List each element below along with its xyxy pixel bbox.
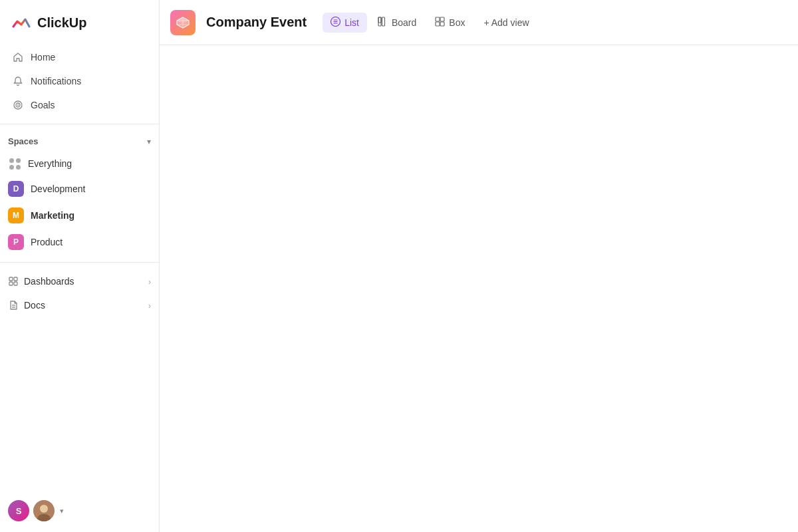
sidebar-item-development[interactable]: D Development	[0, 176, 159, 202]
docs-icon	[8, 300, 19, 311]
svg-rect-19	[440, 22, 444, 26]
svg-rect-5	[9, 282, 13, 285]
svg-rect-4	[14, 277, 17, 281]
spaces-header[interactable]: Spaces ▾	[0, 131, 159, 152]
tab-board[interactable]: Board	[370, 13, 424, 33]
goals-label: Goals	[31, 100, 55, 110]
development-label: Development	[31, 184, 86, 194]
sidebar-item-marketing[interactable]: M Marketing	[0, 202, 159, 229]
logo-text: ClickUp	[37, 15, 86, 31]
spaces-chevron-icon: ▾	[147, 137, 151, 146]
sidebar-item-home[interactable]: Home	[5, 45, 154, 69]
notifications-label: Notifications	[31, 76, 81, 86]
add-view-label: + Add view	[483, 17, 529, 28]
sidebar-item-notifications[interactable]: Notifications	[5, 69, 154, 93]
clickup-logo-icon	[11, 12, 32, 33]
docs-chevron-icon: ›	[148, 301, 151, 311]
cube-icon	[176, 15, 190, 30]
home-label: Home	[31, 52, 55, 63]
board-tab-icon	[378, 17, 388, 29]
dashboards-label: Dashboards	[24, 276, 74, 287]
sidebar-nav: Home Notifications Goals	[0, 45, 159, 117]
user-area[interactable]: S ▾	[0, 489, 159, 532]
tab-box[interactable]: Box	[427, 13, 473, 33]
sidebar-item-product[interactable]: P Product	[0, 229, 159, 255]
spaces-title: Spaces	[8, 136, 39, 146]
list-tab-label: List	[344, 17, 359, 28]
tab-list[interactable]: List	[323, 13, 367, 33]
main-content-area: Company Event List	[160, 0, 798, 532]
dashboards-left: Dashboards	[8, 276, 74, 287]
everything-dots-icon	[8, 157, 21, 170]
add-view-button[interactable]: + Add view	[475, 13, 537, 32]
avatar-photo-svg	[33, 500, 55, 521]
svg-rect-6	[14, 282, 17, 285]
main-workspace	[160, 45, 798, 532]
user-chevron-icon: ▾	[60, 507, 64, 515]
avatar-initials: S	[8, 500, 29, 521]
sidebar-item-everything[interactable]: Everything	[0, 152, 159, 176]
svg-point-2	[17, 104, 19, 106]
logo-area[interactable]: ClickUp	[0, 0, 159, 45]
bell-icon	[12, 75, 24, 87]
dashboards-icon	[8, 276, 19, 287]
sidebar-item-docs[interactable]: Docs ›	[0, 293, 159, 317]
dashboards-chevron-icon: ›	[148, 277, 151, 287]
avatar-photo	[33, 500, 55, 521]
docs-label: Docs	[24, 300, 45, 311]
svg-rect-16	[436, 17, 440, 21]
svg-rect-3	[9, 277, 13, 281]
goals-icon	[12, 99, 24, 111]
svg-rect-18	[436, 22, 440, 26]
svg-rect-14	[382, 17, 384, 26]
list-tab-icon	[331, 17, 340, 29]
product-label: Product	[31, 237, 63, 247]
docs-left: Docs	[8, 300, 45, 311]
board-tab-label: Board	[392, 17, 416, 28]
development-badge: D	[8, 181, 24, 197]
project-icon	[170, 10, 196, 35]
sidebar: ClickUp Home Notifications	[0, 0, 160, 532]
sidebar-item-goals[interactable]: Goals	[5, 93, 154, 117]
sidebar-item-dashboards[interactable]: Dashboards ›	[0, 269, 159, 293]
sidebar-divider-1	[0, 124, 159, 124]
everything-label: Everything	[28, 158, 72, 169]
sidebar-divider-2	[0, 262, 159, 263]
svg-point-10	[40, 505, 48, 513]
view-tabs: List Board	[323, 13, 537, 33]
project-title: Company Event	[206, 15, 307, 30]
box-tab-label: Box	[449, 17, 465, 28]
marketing-label: Marketing	[31, 210, 74, 221]
box-tab-icon	[435, 17, 445, 29]
marketing-badge: M	[8, 207, 24, 223]
topbar: Company Event List	[160, 0, 798, 45]
product-badge: P	[8, 234, 24, 250]
svg-rect-17	[440, 17, 444, 21]
svg-rect-15	[378, 17, 381, 23]
home-icon	[12, 51, 24, 63]
